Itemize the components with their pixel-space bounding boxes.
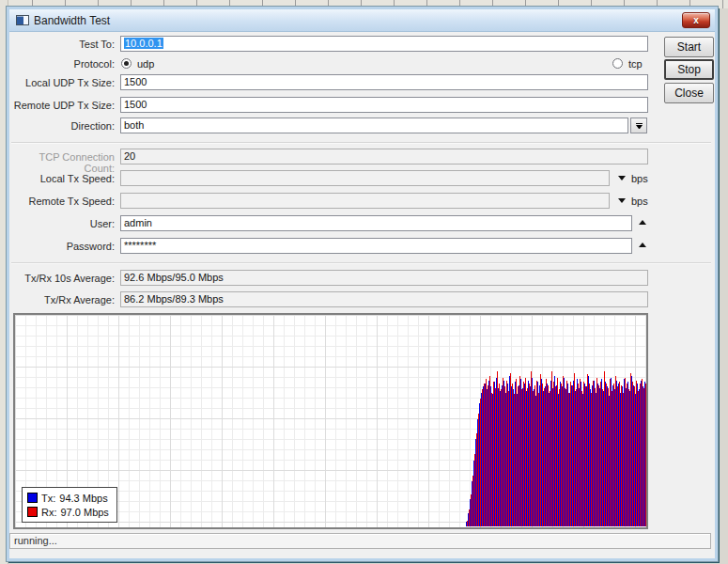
remote-tx-speed-field bbox=[120, 193, 610, 209]
legend-rx-row: Rx: 97.0 Mbps bbox=[27, 505, 109, 519]
user-label: User: bbox=[9, 218, 115, 229]
tcp-connection-count-label: TCP Connection Count: bbox=[9, 151, 115, 174]
local-tx-speed-field bbox=[120, 170, 610, 186]
close-dialog-button[interactable]: Close bbox=[664, 83, 714, 103]
remote-udp-tx-size-label: Remote UDP Tx Size: bbox=[9, 100, 115, 111]
bandwidth-chart: Tx: 94.3 Mbps Rx: 97.0 Mbps bbox=[13, 313, 648, 529]
window-title: Bandwidth Test bbox=[34, 14, 110, 27]
tx-rx-10s-average-label: Tx/Rx 10s Average: bbox=[9, 273, 115, 284]
protocol-label: Protocol: bbox=[9, 58, 115, 70]
tcp-connection-count-field: 20 bbox=[120, 149, 648, 164]
status-text: running... bbox=[14, 535, 57, 546]
local-udp-tx-size-field[interactable]: 1500 bbox=[120, 74, 648, 90]
remote-udp-tx-size-field[interactable]: 1500 bbox=[120, 97, 648, 113]
test-to-field[interactable]: 10.0.0.1 bbox=[120, 36, 648, 52]
user-field[interactable]: admin bbox=[120, 215, 632, 231]
password-collapse-icon[interactable] bbox=[639, 243, 646, 247]
user-collapse-icon[interactable] bbox=[639, 220, 646, 225]
tx-rx-average-field: 86.2 Mbps/89.3 Mbps bbox=[120, 291, 648, 307]
separator bbox=[11, 142, 711, 144]
local-udp-tx-size-label: Local UDP Tx Size: bbox=[9, 77, 115, 88]
close-icon: x bbox=[693, 15, 699, 25]
tx-rx-10s-average-field: 92.6 Mbps/95.0 Mbps bbox=[120, 270, 648, 286]
local-tx-speed-dropdown-icon[interactable] bbox=[618, 176, 626, 180]
tx-rx-average-label: Tx/Rx Average: bbox=[9, 294, 115, 306]
legend-rx-swatch bbox=[27, 507, 38, 517]
bandwidth-test-window: Bandwidth Test x Test To: 10.0.0.1 Proto… bbox=[7, 7, 718, 561]
remote-tx-speed-label: Remote Tx Speed: bbox=[9, 196, 115, 207]
password-label: Password: bbox=[9, 241, 115, 252]
window-icon bbox=[16, 15, 29, 25]
stop-button[interactable]: Stop bbox=[664, 59, 714, 80]
remote-tx-speed-unit: bps bbox=[631, 196, 648, 207]
protocol-udp-radio[interactable] bbox=[121, 58, 132, 69]
test-to-label: Test To: bbox=[9, 39, 115, 50]
chart-legend: Tx: 94.3 Mbps Rx: 97.0 Mbps bbox=[22, 487, 117, 523]
protocol-udp-label[interactable]: udp bbox=[137, 58, 154, 70]
dialog-content: Test To: 10.0.0.1 Protocol: udp tcp Loca… bbox=[9, 32, 715, 558]
direction-label: Direction: bbox=[9, 120, 115, 132]
legend-rx-value: 97.0 Mbps bbox=[61, 507, 109, 518]
legend-tx-label: Tx: bbox=[41, 493, 55, 504]
legend-rx-label: Rx: bbox=[41, 507, 57, 518]
status-bar: running... bbox=[9, 533, 711, 549]
legend-tx-row: Tx: 94.3 Mbps bbox=[27, 491, 109, 505]
remote-tx-speed-dropdown-icon[interactable] bbox=[618, 198, 626, 203]
protocol-tcp-radio[interactable] bbox=[612, 58, 623, 69]
title-bar[interactable]: Bandwidth Test x bbox=[9, 9, 715, 32]
close-button[interactable]: x bbox=[682, 12, 710, 28]
legend-tx-swatch bbox=[27, 493, 38, 503]
protocol-tcp-label[interactable]: tcp bbox=[628, 58, 643, 70]
test-to-value: 10.0.0.1 bbox=[124, 38, 163, 49]
direction-dropdown-button[interactable] bbox=[630, 118, 647, 133]
legend-tx-value: 94.3 Mbps bbox=[59, 493, 107, 504]
direction-field[interactable]: both bbox=[120, 118, 628, 133]
separator bbox=[11, 262, 711, 264]
dropdown-icon bbox=[636, 123, 643, 129]
start-button[interactable]: Start bbox=[664, 37, 714, 57]
password-field[interactable]: ******** bbox=[120, 238, 632, 254]
local-tx-speed-label: Local Tx Speed: bbox=[9, 173, 115, 184]
local-tx-speed-unit: bps bbox=[631, 173, 648, 184]
